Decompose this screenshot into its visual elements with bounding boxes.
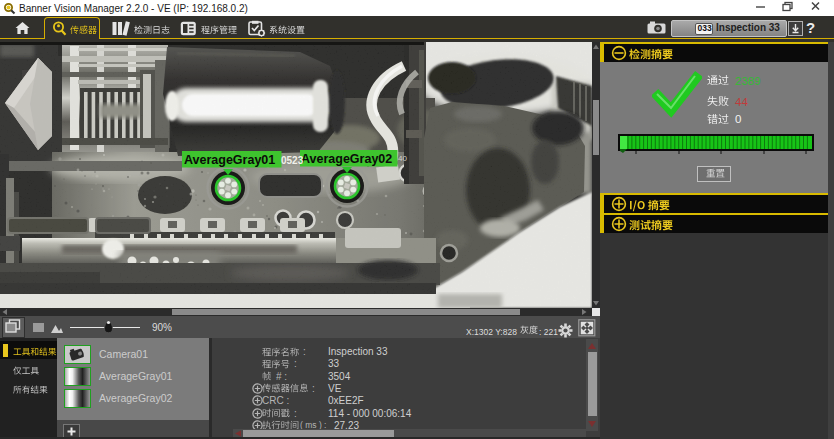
svg-text:40: 40 bbox=[398, 154, 407, 163]
svg-text:AverageGray01: AverageGray01 bbox=[184, 153, 275, 167]
svg-text:AverageGray02: AverageGray02 bbox=[301, 152, 392, 166]
svg-text:0523: 0523 bbox=[281, 155, 304, 166]
